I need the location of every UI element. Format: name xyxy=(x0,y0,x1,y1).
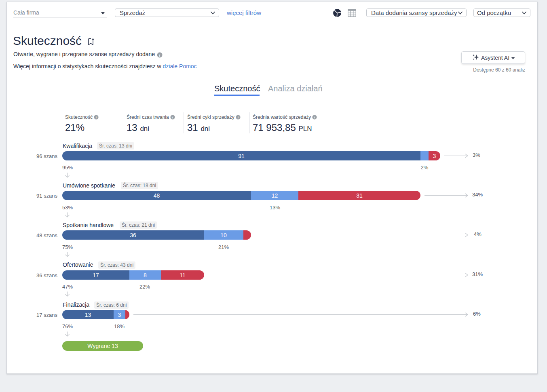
svg-text:i: i xyxy=(159,53,161,57)
